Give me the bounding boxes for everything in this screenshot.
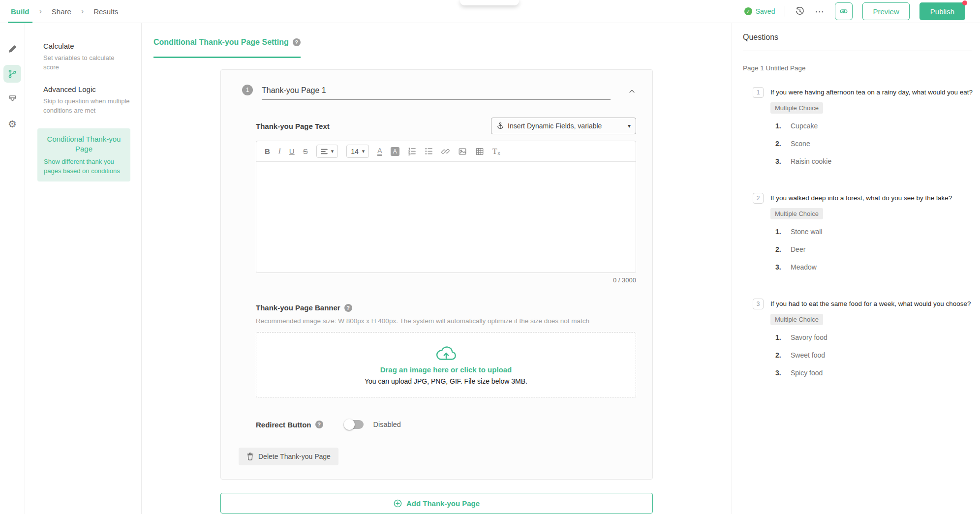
question-item[interactable]: 1 If you were having afternoon tea on a …: [743, 87, 972, 170]
question-option: 3. Meadow: [770, 258, 972, 276]
question-option: 2. Deer: [770, 241, 972, 258]
sidebar-item-description: Set variables to calculate score: [43, 53, 131, 72]
question-item[interactable]: 3 If you had to eat the same food for a …: [743, 299, 972, 382]
ordered-list-icon[interactable]: [408, 147, 416, 155]
logic-branch-icon[interactable]: [3, 65, 21, 83]
question-number-badge: 1: [753, 87, 764, 98]
questions-panel: Questions Page 1 Untitled Page 1 If you …: [732, 23, 980, 514]
check-icon: ✓: [744, 7, 752, 15]
question-number-badge: 2: [753, 193, 764, 204]
chevron-right-icon: ›: [39, 7, 42, 16]
help-icon[interactable]: ?: [315, 421, 323, 428]
question-item[interactable]: 2 If you walked deep into a forest, what…: [743, 193, 972, 276]
image-upload-dropzone[interactable]: Drag an image here or click to upload Yo…: [256, 332, 636, 397]
redirect-button-label: Redirect Button ?: [256, 421, 323, 429]
font-color-icon[interactable]: A: [377, 147, 382, 156]
bullet-list-icon[interactable]: [425, 147, 433, 155]
copy-link-button[interactable]: [835, 2, 853, 20]
highlight-color-icon[interactable]: A: [391, 147, 399, 156]
underline-icon[interactable]: U: [289, 148, 295, 155]
banner-size-hint: Recommended image size: W 800px x H 400p…: [256, 317, 636, 325]
questions-panel-title: Questions: [743, 33, 972, 42]
question-option: 3. Spicy food: [770, 364, 972, 382]
logic-sidebar: Calculate Set variables to calculate sco…: [25, 23, 142, 514]
insert-dynamic-fields-label: Insert Dynamic Fields, variable: [508, 122, 602, 130]
thank-you-page-text-input[interactable]: [256, 162, 636, 272]
banner-section-label: Thank-you Page Banner ?: [256, 303, 636, 312]
main-content: Conditional Thank-you Page Setting ? 1 T…: [142, 23, 732, 514]
anchor-icon: [496, 122, 504, 130]
insert-dynamic-fields-select[interactable]: Insert Dynamic Fields, variable ▾: [491, 118, 636, 134]
settings-gear-icon[interactable]: ⚙: [3, 115, 21, 133]
help-icon[interactable]: ?: [293, 38, 301, 46]
tab-conditional-thank-you-page-setting[interactable]: Conditional Thank-you Page Setting ?: [153, 38, 301, 58]
caret-down-icon: ▾: [331, 148, 334, 154]
question-option: 1. Cupcake: [770, 117, 972, 135]
topbar: Build › Share › Results ✓ Saved ⋯ Pr: [0, 0, 980, 23]
tab-results[interactable]: Results: [93, 0, 118, 23]
cloud-upload-icon: [434, 345, 458, 362]
icon-rail: ⚙: [0, 23, 25, 514]
question-type-badge: Multiple Choice: [770, 208, 823, 219]
edit-icon[interactable]: [3, 40, 21, 58]
question-type-badge: Multiple Choice: [770, 314, 823, 325]
thank-you-page-card: 1 Thank-you Page 1 Thank-you Page Text: [220, 69, 653, 480]
sidebar-item-advanced-logic[interactable]: Advanced Logic Skip to question when mul…: [25, 85, 141, 115]
tooltip-remnant: [460, 0, 519, 5]
question-text: If you had to eat the same food for a we…: [770, 299, 972, 309]
sidebar-item-title: Calculate: [43, 42, 131, 50]
font-size-value: 14: [351, 148, 359, 155]
collapse-chevron-up-icon[interactable]: [628, 88, 636, 95]
thank-you-page-title-input[interactable]: Thank-you Page 1: [262, 86, 611, 100]
link-icon[interactable]: [441, 147, 450, 155]
publish-button[interactable]: Publish: [919, 2, 965, 20]
breadcrumb: Build › Share › Results: [11, 0, 118, 23]
trash-icon: [246, 453, 254, 460]
preview-button[interactable]: Preview: [862, 2, 909, 20]
page-number-badge: 1: [242, 85, 253, 95]
clear-formatting-icon[interactable]: T x: [492, 147, 500, 156]
insert-table-icon[interactable]: [475, 147, 484, 156]
more-options-icon[interactable]: ⋯: [815, 6, 825, 17]
tab-share[interactable]: Share: [52, 0, 71, 23]
question-option: 1. Savory food: [770, 329, 972, 346]
question-text: If you were having afternoon tea on a ra…: [770, 87, 972, 98]
save-status: ✓ Saved: [744, 7, 775, 15]
thank-you-page-text-label: Thank-you Page Text: [256, 122, 330, 130]
upload-title: Drag an image here or click to upload: [380, 365, 512, 374]
align-select[interactable]: ▾: [316, 145, 338, 158]
insert-image-icon[interactable]: [458, 147, 467, 156]
divider: [743, 51, 972, 51]
question-text: If you walked deep into a forest, what d…: [770, 193, 972, 204]
align-left-icon: [321, 148, 328, 155]
question-option: 1. Stone wall: [770, 223, 972, 241]
strikethrough-icon[interactable]: S: [303, 148, 308, 155]
bold-icon[interactable]: B: [265, 148, 270, 155]
character-counter: 0 / 3000: [221, 276, 636, 284]
plus-circle-icon: [394, 499, 402, 508]
history-icon[interactable]: [795, 6, 805, 16]
question-option: 3. Raisin cookie: [770, 152, 972, 170]
upload-hint: You can upload JPG, PNG, GIF. File size …: [365, 377, 527, 385]
redirect-state-label: Disabled: [373, 421, 401, 428]
help-icon[interactable]: ?: [344, 304, 352, 312]
caret-down-icon: ▾: [362, 148, 365, 154]
rich-text-editor: B I U S ▾ 14 ▾ A A: [256, 141, 636, 273]
caret-down-icon: ▾: [628, 122, 631, 129]
sidebar-item-title: Conditional Thank-you Page: [44, 134, 124, 154]
italic-icon[interactable]: I: [278, 148, 281, 155]
tab-build[interactable]: Build: [11, 0, 30, 23]
editor-toolbar: B I U S ▾ 14 ▾ A A: [256, 141, 636, 162]
sidebar-item-conditional-thank-you-page[interactable]: Conditional Thank-you Page Show differen…: [37, 128, 130, 181]
add-thank-you-page-button[interactable]: Add Thank-you Page: [220, 493, 653, 514]
toggle-knob: [344, 419, 355, 430]
card-header: 1 Thank-you Page 1: [221, 70, 652, 100]
delete-thank-you-page-button[interactable]: Delete Thank-you Page: [239, 448, 338, 465]
notification-dot: [962, 0, 967, 5]
redirect-toggle[interactable]: [344, 419, 365, 430]
chevron-right-icon: ›: [81, 7, 84, 16]
font-size-select[interactable]: 14 ▾: [346, 145, 369, 158]
sidebar-item-calculate[interactable]: Calculate Set variables to calculate sco…: [25, 42, 141, 72]
theme-brush-icon[interactable]: [3, 90, 21, 108]
page-title: Conditional Thank-you Page Setting: [153, 38, 289, 47]
